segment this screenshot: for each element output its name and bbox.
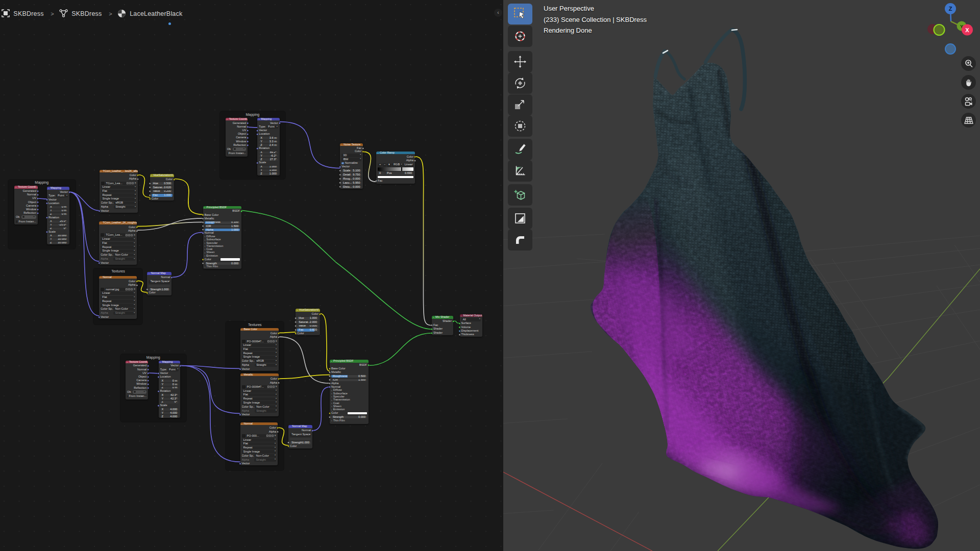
svg-text:X: X — [965, 27, 969, 33]
svg-text:Z: Z — [949, 6, 952, 12]
